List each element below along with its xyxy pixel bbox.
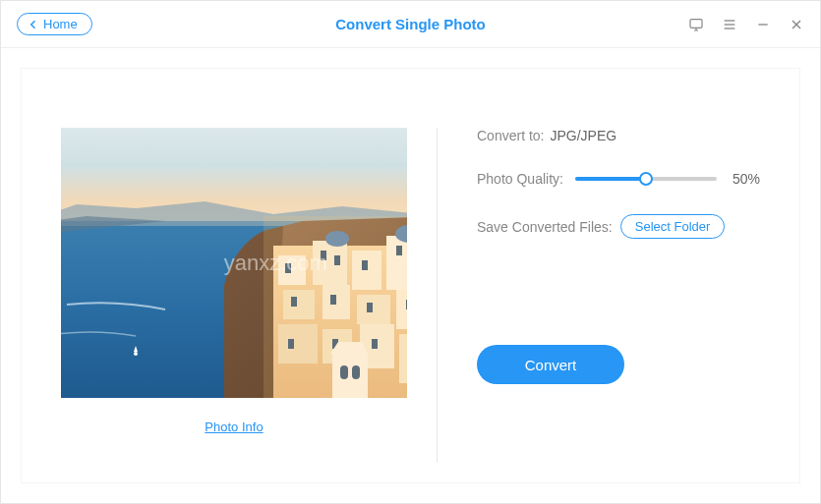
quality-label: Photo Quality: — [477, 171, 563, 187]
feedback-icon[interactable] — [688, 17, 704, 32]
page-title: Convert Single Photo — [335, 16, 486, 32]
window-controls — [688, 17, 804, 32]
svg-rect-42 — [264, 216, 407, 398]
quality-value: 50% — [733, 171, 760, 187]
svg-rect-0 — [690, 19, 702, 28]
photo-panel: yanxz.com Photo Info — [61, 128, 438, 463]
save-label: Save Converted Files: — [477, 219, 613, 235]
content-area: yanxz.com Photo Info Convert to: JPG/JPE… — [1, 48, 820, 503]
svg-point-9 — [134, 352, 138, 356]
save-row: Save Converted Files: Select Folder — [477, 214, 760, 239]
convert-button[interactable]: Convert — [477, 345, 624, 384]
select-folder-button[interactable]: Select Folder — [620, 214, 726, 239]
photo-info-link[interactable]: Photo Info — [205, 420, 263, 434]
quality-slider[interactable] — [575, 177, 717, 181]
menu-icon[interactable] — [722, 17, 737, 32]
slider-thumb[interactable] — [639, 172, 653, 186]
home-button-label: Home — [43, 17, 78, 31]
convert-to-value[interactable]: JPG/JPEG — [550, 128, 616, 143]
convert-to-row: Convert to: JPG/JPEG — [477, 128, 760, 143]
close-icon[interactable] — [789, 17, 804, 32]
convert-to-label: Convert to: — [477, 128, 544, 143]
home-button[interactable]: Home — [17, 13, 92, 35]
photo-preview: yanxz.com — [61, 128, 407, 398]
titlebar: Home Convert Single Photo — [1, 1, 820, 48]
arrow-left-icon — [28, 19, 39, 30]
settings-panel: Convert to: JPG/JPEG Photo Quality: 50% … — [438, 128, 760, 463]
quality-row: Photo Quality: 50% — [477, 171, 760, 187]
minimize-icon[interactable] — [755, 17, 771, 32]
